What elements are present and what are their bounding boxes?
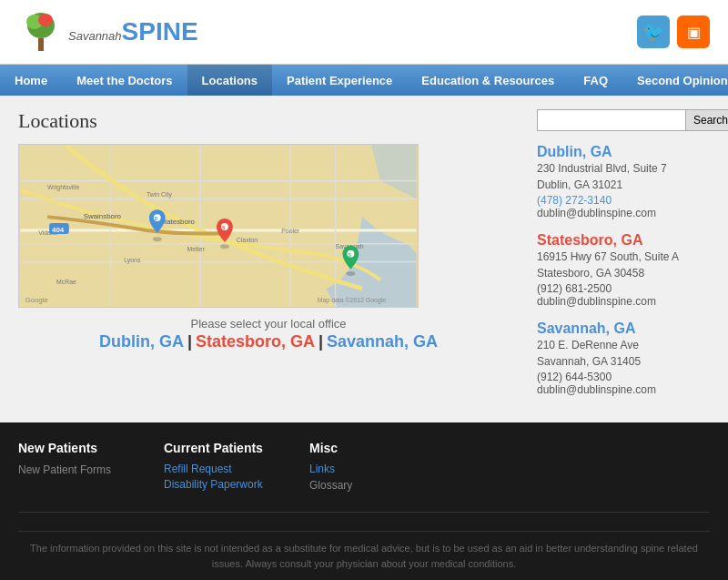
rss-icon: ▣ <box>687 24 701 41</box>
sidebar-dublin-title[interactable]: Dublin, GA <box>537 144 710 160</box>
search-bar: Search <box>537 109 710 131</box>
svg-point-31 <box>220 244 229 249</box>
sidebar-savannah-address1: 210 E. DeRenne Ave <box>537 337 710 353</box>
svg-text:Twin City: Twin City <box>147 191 173 198</box>
footer-disclaimer: The information provided on this site is… <box>18 541 710 571</box>
location-links: Dublin, GA | Statesboro, GA | Savannah, … <box>18 332 519 351</box>
main-content: Locations <box>0 96 728 422</box>
footer-col-misc: Misc Links Glossary <box>309 441 428 494</box>
svg-point-34 <box>346 271 355 276</box>
location-prompt: Please select your local office <box>190 317 346 331</box>
footer-misc-title: Misc <box>309 441 428 455</box>
main-nav: Home Meet the Doctors Locations Patient … <box>0 65 728 96</box>
sidebar-statesboro-address1: 16915 Hwy 67 South, Suite A <box>537 249 710 265</box>
svg-text:D: D <box>155 217 158 221</box>
svg-point-28 <box>153 237 162 241</box>
logo: SavannahSpine <box>18 9 198 55</box>
nav-education[interactable]: Education & Resources <box>407 65 569 96</box>
sidebar: Search Dublin, GA 230 Industrial Blvd, S… <box>537 109 710 409</box>
svg-text:Map data ©2012 Google: Map data ©2012 Google <box>318 297 387 304</box>
footer-current-patients-title: Current Patients <box>164 441 282 455</box>
sidebar-statesboro-address2: Statesboro, GA 30458 <box>537 265 710 281</box>
svg-rect-3 <box>38 38 44 51</box>
sidebar-dublin-card: Dublin, GA 230 Industrial Blvd, Suite 7 … <box>537 144 710 219</box>
map-container: Swainsboro Statesboro Statesboro Vidalia… <box>18 144 419 308</box>
separator-2: | <box>318 332 323 351</box>
svg-text:Google: Google <box>25 296 48 304</box>
logo-tree-icon <box>18 9 64 55</box>
logo-spine: Spine <box>122 17 198 46</box>
twitter-button[interactable]: 🐦 <box>637 15 670 48</box>
sidebar-dublin-address2: Dublin, GA 31021 <box>537 177 710 193</box>
sidebar-dublin-address1: 230 Industrial Blvd, Suite 7 <box>537 160 710 177</box>
footer-new-patients-title: New Patients <box>18 441 136 455</box>
logo-text: SavannahSpine <box>68 17 198 46</box>
sidebar-dublin-phone[interactable]: (478) 272-3140 <box>537 194 612 207</box>
svg-text:McRae: McRae <box>56 279 76 285</box>
svg-text:Claxton: Claxton <box>237 237 258 243</box>
sidebar-statesboro-email: dublin@dublinspine.com <box>537 295 710 308</box>
svg-text:Wrightsville: Wrightsville <box>47 184 79 191</box>
svg-text:Pooler: Pooler <box>281 228 300 234</box>
twitter-icon: 🐦 <box>642 21 665 43</box>
search-input[interactable] <box>537 109 686 131</box>
footer-disability-paperwork[interactable]: Disability Paperwork <box>164 478 282 491</box>
footer-links[interactable]: Links <box>309 463 428 475</box>
sidebar-statesboro-phone[interactable]: (912) 681-2500 <box>537 282 612 295</box>
sidebar-savannah-title[interactable]: Savannah, GA <box>537 321 710 337</box>
nav-patient-experience[interactable]: Patient Experience <box>272 65 407 96</box>
header-icons: 🐦 ▣ <box>637 15 710 48</box>
search-button[interactable]: Search <box>686 109 728 131</box>
location-savannah-link[interactable]: Savannah, GA <box>327 332 438 351</box>
footer-divider <box>18 531 710 532</box>
sidebar-savannah-card: Savannah, GA 210 E. DeRenne Ave Savannah… <box>537 321 710 396</box>
sidebar-statesboro-card: Statesboro, GA 16915 Hwy 67 South, Suite… <box>537 232 710 308</box>
location-dublin-link[interactable]: Dublin, GA <box>99 332 184 351</box>
header: SavannahSpine 🐦 ▣ <box>0 0 728 65</box>
sidebar-savannah-email: dublin@dublinspine.com <box>537 383 710 396</box>
nav-second-opinion[interactable]: Second Opinion <box>622 65 728 96</box>
nav-home[interactable]: Home <box>0 65 62 96</box>
location-selector: Please select your local office <box>18 317 519 331</box>
svg-text:Metter: Metter <box>187 246 205 252</box>
page-title: Locations <box>18 109 519 133</box>
content-left: Locations <box>18 109 519 409</box>
footer-glossary: Glossary <box>309 479 352 492</box>
sidebar-savannah-address2: Savannah, GA 31405 <box>537 353 710 370</box>
nav-faq[interactable]: FAQ <box>569 65 622 96</box>
nav-doctors[interactable]: Meet the Doctors <box>62 65 187 96</box>
logo-savannah: Savannah <box>68 29 122 43</box>
footer: New Patients New Patient Forms Current P… <box>0 422 728 580</box>
sidebar-dublin-email: dublin@dublinspine.com <box>537 207 710 219</box>
svg-text:404: 404 <box>52 226 65 234</box>
location-statesboro-link[interactable]: Statesboro, GA <box>196 332 315 351</box>
sidebar-statesboro-title[interactable]: Statesboro, GA <box>537 232 710 249</box>
footer-refill-request[interactable]: Refill Request <box>164 463 282 475</box>
footer-col-current-patients: Current Patients Refill Request Disabili… <box>164 441 282 494</box>
map-svg: Swainsboro Statesboro Statesboro Vidalia… <box>19 145 418 307</box>
footer-col-new-patients: New Patients New Patient Forms <box>18 441 136 494</box>
separator-1: | <box>187 332 192 351</box>
footer-columns: New Patients New Patient Forms Current P… <box>18 441 710 513</box>
footer-new-patient-forms: New Patient Forms <box>18 463 111 476</box>
nav-locations[interactable]: Locations <box>187 65 272 96</box>
sidebar-savannah-phone[interactable]: (912) 644-5300 <box>537 371 612 383</box>
rss-button[interactable]: ▣ <box>677 15 710 48</box>
svg-text:Lyons: Lyons <box>124 257 141 264</box>
svg-point-2 <box>38 14 53 26</box>
svg-text:Swainsboro: Swainsboro <box>84 212 122 220</box>
